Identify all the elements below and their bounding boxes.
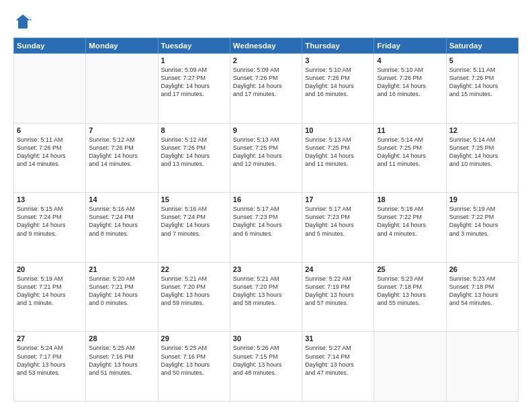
day-number: 3 bbox=[305, 56, 371, 64]
calendar-cell: 28Sunrise: 5:25 AM Sunset: 7:16 PM Dayli… bbox=[86, 332, 158, 402]
day-number: 31 bbox=[305, 334, 371, 342]
calendar-cell: 29Sunrise: 5:25 AM Sunset: 7:16 PM Dayli… bbox=[158, 332, 230, 402]
calendar-cell: 13Sunrise: 5:15 AM Sunset: 7:24 PM Dayli… bbox=[14, 193, 86, 263]
day-number: 6 bbox=[17, 126, 83, 134]
weekday-header-monday: Monday bbox=[86, 38, 158, 54]
day-info: Sunrise: 5:11 AM Sunset: 7:26 PM Dayligh… bbox=[449, 66, 515, 99]
day-number: 10 bbox=[305, 126, 371, 134]
calendar-cell: 27Sunrise: 5:24 AM Sunset: 7:17 PM Dayli… bbox=[14, 332, 86, 402]
calendar-cell: 3Sunrise: 5:10 AM Sunset: 7:26 PM Daylig… bbox=[302, 54, 374, 124]
logo bbox=[13, 12, 35, 31]
day-number: 11 bbox=[377, 126, 443, 134]
calendar-cell: 9Sunrise: 5:13 AM Sunset: 7:25 PM Daylig… bbox=[230, 123, 302, 193]
calendar-cell: 7Sunrise: 5:12 AM Sunset: 7:26 PM Daylig… bbox=[86, 123, 158, 193]
day-number: 7 bbox=[89, 126, 154, 134]
day-info: Sunrise: 5:22 AM Sunset: 7:19 PM Dayligh… bbox=[305, 275, 371, 308]
calendar-cell: 25Sunrise: 5:23 AM Sunset: 7:18 PM Dayli… bbox=[374, 262, 446, 332]
day-info: Sunrise: 5:25 AM Sunset: 7:16 PM Dayligh… bbox=[161, 344, 227, 377]
day-number: 23 bbox=[233, 265, 299, 273]
calendar-week-3: 13Sunrise: 5:15 AM Sunset: 7:24 PM Dayli… bbox=[14, 193, 519, 263]
calendar-cell: 18Sunrise: 5:18 AM Sunset: 7:22 PM Dayli… bbox=[374, 193, 446, 263]
weekday-header-row: SundayMondayTuesdayWednesdayThursdayFrid… bbox=[14, 38, 519, 54]
day-number: 20 bbox=[17, 265, 83, 273]
day-number: 8 bbox=[161, 126, 227, 134]
day-info: Sunrise: 5:27 AM Sunset: 7:14 PM Dayligh… bbox=[305, 344, 371, 377]
weekday-header-friday: Friday bbox=[374, 38, 446, 54]
day-number: 4 bbox=[377, 56, 443, 64]
day-info: Sunrise: 5:16 AM Sunset: 7:24 PM Dayligh… bbox=[161, 205, 227, 238]
day-number: 27 bbox=[17, 334, 83, 342]
calendar-table: SundayMondayTuesdayWednesdayThursdayFrid… bbox=[13, 38, 519, 402]
day-number: 30 bbox=[233, 334, 299, 342]
day-number: 5 bbox=[449, 56, 515, 64]
day-number: 13 bbox=[17, 195, 83, 203]
day-info: Sunrise: 5:21 AM Sunset: 7:20 PM Dayligh… bbox=[233, 275, 299, 308]
calendar-cell: 17Sunrise: 5:17 AM Sunset: 7:23 PM Dayli… bbox=[302, 193, 374, 263]
day-info: Sunrise: 5:26 AM Sunset: 7:15 PM Dayligh… bbox=[233, 344, 299, 377]
day-number: 1 bbox=[161, 56, 227, 64]
day-info: Sunrise: 5:10 AM Sunset: 7:26 PM Dayligh… bbox=[305, 66, 371, 99]
day-number: 28 bbox=[89, 334, 154, 342]
calendar-cell: 22Sunrise: 5:21 AM Sunset: 7:20 PM Dayli… bbox=[158, 262, 230, 332]
calendar-cell: 5Sunrise: 5:11 AM Sunset: 7:26 PM Daylig… bbox=[446, 54, 518, 124]
day-info: Sunrise: 5:16 AM Sunset: 7:24 PM Dayligh… bbox=[89, 205, 154, 238]
calendar-cell bbox=[374, 332, 446, 402]
day-number: 22 bbox=[161, 265, 227, 273]
day-info: Sunrise: 5:09 AM Sunset: 7:26 PM Dayligh… bbox=[233, 66, 299, 99]
calendar-cell: 11Sunrise: 5:14 AM Sunset: 7:25 PM Dayli… bbox=[374, 123, 446, 193]
day-number: 12 bbox=[449, 126, 515, 134]
calendar-cell: 19Sunrise: 5:19 AM Sunset: 7:22 PM Dayli… bbox=[446, 193, 518, 263]
calendar-week-4: 20Sunrise: 5:19 AM Sunset: 7:21 PM Dayli… bbox=[14, 262, 519, 332]
day-info: Sunrise: 5:14 AM Sunset: 7:25 PM Dayligh… bbox=[449, 136, 515, 169]
calendar-cell: 8Sunrise: 5:12 AM Sunset: 7:26 PM Daylig… bbox=[158, 123, 230, 193]
day-info: Sunrise: 5:10 AM Sunset: 7:26 PM Dayligh… bbox=[377, 66, 443, 99]
calendar-cell: 4Sunrise: 5:10 AM Sunset: 7:26 PM Daylig… bbox=[374, 54, 446, 124]
day-info: Sunrise: 5:17 AM Sunset: 7:23 PM Dayligh… bbox=[233, 205, 299, 238]
day-number: 17 bbox=[305, 195, 371, 203]
calendar-cell: 6Sunrise: 5:11 AM Sunset: 7:26 PM Daylig… bbox=[14, 123, 86, 193]
day-info: Sunrise: 5:21 AM Sunset: 7:20 PM Dayligh… bbox=[161, 275, 227, 308]
logo-icon bbox=[13, 12, 32, 31]
day-info: Sunrise: 5:12 AM Sunset: 7:26 PM Dayligh… bbox=[89, 136, 154, 169]
calendar-cell: 12Sunrise: 5:14 AM Sunset: 7:25 PM Dayli… bbox=[446, 123, 518, 193]
calendar-cell: 10Sunrise: 5:13 AM Sunset: 7:25 PM Dayli… bbox=[302, 123, 374, 193]
calendar-cell: 15Sunrise: 5:16 AM Sunset: 7:24 PM Dayli… bbox=[158, 193, 230, 263]
day-number: 19 bbox=[449, 195, 515, 203]
day-info: Sunrise: 5:14 AM Sunset: 7:25 PM Dayligh… bbox=[377, 136, 443, 169]
day-info: Sunrise: 5:17 AM Sunset: 7:23 PM Dayligh… bbox=[305, 205, 371, 238]
calendar-cell bbox=[446, 332, 518, 402]
calendar-cell: 20Sunrise: 5:19 AM Sunset: 7:21 PM Dayli… bbox=[14, 262, 86, 332]
calendar-cell: 31Sunrise: 5:27 AM Sunset: 7:14 PM Dayli… bbox=[302, 332, 374, 402]
calendar-week-5: 27Sunrise: 5:24 AM Sunset: 7:17 PM Dayli… bbox=[14, 332, 519, 402]
day-info: Sunrise: 5:13 AM Sunset: 7:25 PM Dayligh… bbox=[305, 136, 371, 169]
day-info: Sunrise: 5:15 AM Sunset: 7:24 PM Dayligh… bbox=[17, 205, 83, 238]
day-info: Sunrise: 5:12 AM Sunset: 7:26 PM Dayligh… bbox=[161, 136, 227, 169]
day-number: 9 bbox=[233, 126, 299, 134]
calendar-week-2: 6Sunrise: 5:11 AM Sunset: 7:26 PM Daylig… bbox=[14, 123, 519, 193]
day-info: Sunrise: 5:23 AM Sunset: 7:18 PM Dayligh… bbox=[377, 275, 443, 308]
weekday-header-sunday: Sunday bbox=[14, 38, 86, 54]
calendar-cell: 24Sunrise: 5:22 AM Sunset: 7:19 PM Dayli… bbox=[302, 262, 374, 332]
day-number: 25 bbox=[377, 265, 443, 273]
day-info: Sunrise: 5:20 AM Sunset: 7:21 PM Dayligh… bbox=[89, 275, 154, 308]
day-info: Sunrise: 5:09 AM Sunset: 7:27 PM Dayligh… bbox=[161, 66, 227, 99]
weekday-header-thursday: Thursday bbox=[302, 38, 374, 54]
header bbox=[13, 12, 519, 31]
day-number: 26 bbox=[449, 265, 515, 273]
calendar-week-1: 1Sunrise: 5:09 AM Sunset: 7:27 PM Daylig… bbox=[14, 54, 519, 124]
calendar-cell: 26Sunrise: 5:23 AM Sunset: 7:18 PM Dayli… bbox=[446, 262, 518, 332]
day-number: 29 bbox=[161, 334, 227, 342]
calendar-cell: 14Sunrise: 5:16 AM Sunset: 7:24 PM Dayli… bbox=[86, 193, 158, 263]
day-info: Sunrise: 5:13 AM Sunset: 7:25 PM Dayligh… bbox=[233, 136, 299, 169]
weekday-header-wednesday: Wednesday bbox=[230, 38, 302, 54]
calendar-cell: 30Sunrise: 5:26 AM Sunset: 7:15 PM Dayli… bbox=[230, 332, 302, 402]
weekday-header-saturday: Saturday bbox=[446, 38, 518, 54]
calendar-cell: 23Sunrise: 5:21 AM Sunset: 7:20 PM Dayli… bbox=[230, 262, 302, 332]
calendar-cell: 16Sunrise: 5:17 AM Sunset: 7:23 PM Dayli… bbox=[230, 193, 302, 263]
calendar-cell bbox=[86, 54, 158, 124]
calendar-cell: 2Sunrise: 5:09 AM Sunset: 7:26 PM Daylig… bbox=[230, 54, 302, 124]
day-number: 24 bbox=[305, 265, 371, 273]
day-info: Sunrise: 5:18 AM Sunset: 7:22 PM Dayligh… bbox=[377, 205, 443, 238]
day-info: Sunrise: 5:19 AM Sunset: 7:21 PM Dayligh… bbox=[17, 275, 83, 308]
page: SundayMondayTuesdayWednesdayThursdayFrid… bbox=[0, 0, 532, 411]
